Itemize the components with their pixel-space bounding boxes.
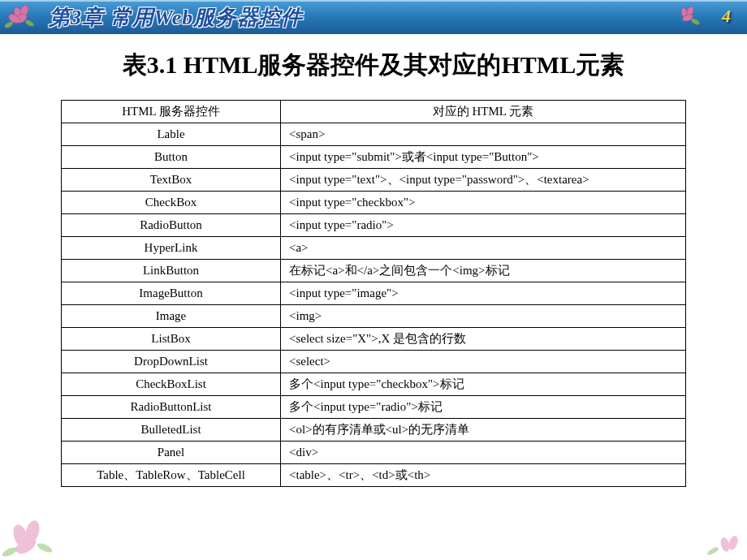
- svg-point-17: [706, 545, 720, 556]
- cell-control: Lable: [62, 123, 281, 146]
- table-row: CheckBoxList多个<input type="checkbox">标记: [62, 373, 686, 396]
- flower-decoration-icon: [2, 2, 42, 32]
- cell-element: <a>: [281, 237, 686, 260]
- cell-control: RadioButtonList: [62, 396, 281, 419]
- cell-control: Button: [62, 146, 281, 169]
- slide-title: 表3.1 HTML服务器控件及其对应的HTML元素: [0, 49, 747, 82]
- cell-element: 在标记<a>和</a>之间包含一个<img>标记: [281, 260, 686, 282]
- table-row: RadioButton<input type="radio">: [62, 214, 686, 237]
- table-row: Panel<div>: [62, 442, 686, 464]
- cell-control: HyperLink: [62, 237, 281, 260]
- cell-element: <table>、<tr>、<td>或<th>: [281, 464, 686, 487]
- table-row: BulletedList<ol>的有序清单或<ul>的无序清单: [62, 419, 686, 442]
- table-header-control: HTML 服务器控件: [62, 101, 281, 123]
- cell-element: 多个<input type="checkbox">标记: [281, 373, 686, 396]
- corner-decoration-icon: [0, 495, 65, 560]
- cell-element: <ol>的有序清单或<ul>的无序清单: [281, 419, 686, 442]
- table-header-row: HTML 服务器控件 对应的 HTML 元素: [62, 101, 686, 123]
- cell-control: LinkButton: [62, 260, 281, 282]
- cell-element: <div>: [281, 442, 686, 464]
- cell-element: <input type="submit">或者<input type="Butt…: [281, 146, 686, 169]
- table-row: LinkButton在标记<a>和</a>之间包含一个<img>标记: [62, 260, 686, 282]
- flower-decoration-icon: [670, 2, 706, 32]
- svg-point-14: [1, 545, 19, 558]
- cell-control: BulletedList: [62, 419, 281, 442]
- cell-element: 多个<input type="radio">标记: [281, 396, 686, 419]
- table-row: HyperLink<a>: [62, 237, 686, 260]
- table-row: RadioButtonList多个<input type="radio">标记: [62, 396, 686, 419]
- table-row: DropDownList<select>: [62, 351, 686, 373]
- cell-control: Panel: [62, 442, 281, 464]
- cell-control: ListBox: [62, 328, 281, 351]
- cell-control: DropDownList: [62, 351, 281, 373]
- cell-control: RadioButton: [62, 214, 281, 237]
- cell-element: <input type="image">: [281, 282, 686, 305]
- svg-point-13: [36, 541, 54, 554]
- cell-control: ImageButton: [62, 282, 281, 305]
- table-row: Image<img>: [62, 305, 686, 328]
- cell-element: <input type="radio">: [281, 214, 686, 237]
- cell-control: CheckBox: [62, 192, 281, 214]
- cell-control: CheckBoxList: [62, 373, 281, 396]
- cell-element: <input type="checkbox">: [281, 192, 686, 214]
- table-row: Button<input type="submit">或者<input type…: [62, 146, 686, 169]
- table-row: TextBox<input type="text">、<input type="…: [62, 169, 686, 192]
- table-row: ImageButton<input type="image">: [62, 282, 686, 305]
- cell-element: <select>: [281, 351, 686, 373]
- cell-element: <span>: [281, 123, 686, 146]
- cell-control: TextBox: [62, 169, 281, 192]
- table-row: Lable<span>: [62, 123, 686, 146]
- cell-element: <input type="text">、<input type="passwor…: [281, 169, 686, 192]
- corner-decoration-icon: [701, 530, 745, 558]
- page-number: 4: [722, 6, 731, 27]
- chapter-title: 第3章 常用Web服务器控件: [49, 3, 303, 32]
- cell-element: <img>: [281, 305, 686, 328]
- table-row: ListBox<select size="X">,X 是包含的行数: [62, 328, 686, 351]
- table-row: Table、TableRow、TableCell<table>、<tr>、<td…: [62, 464, 686, 487]
- table-header-element: 对应的 HTML 元素: [281, 101, 686, 123]
- table-row: CheckBox<input type="checkbox">: [62, 192, 686, 214]
- cell-control: Image: [62, 305, 281, 328]
- slide-header: 第3章 常用Web服务器控件 4: [0, 0, 747, 34]
- cell-element: <select size="X">,X 是包含的行数: [281, 328, 686, 351]
- cell-control: Table、TableRow、TableCell: [62, 464, 281, 487]
- svg-point-4: [24, 19, 35, 28]
- html-controls-table: HTML 服务器控件 对应的 HTML 元素 Lable<span>Button…: [61, 100, 686, 487]
